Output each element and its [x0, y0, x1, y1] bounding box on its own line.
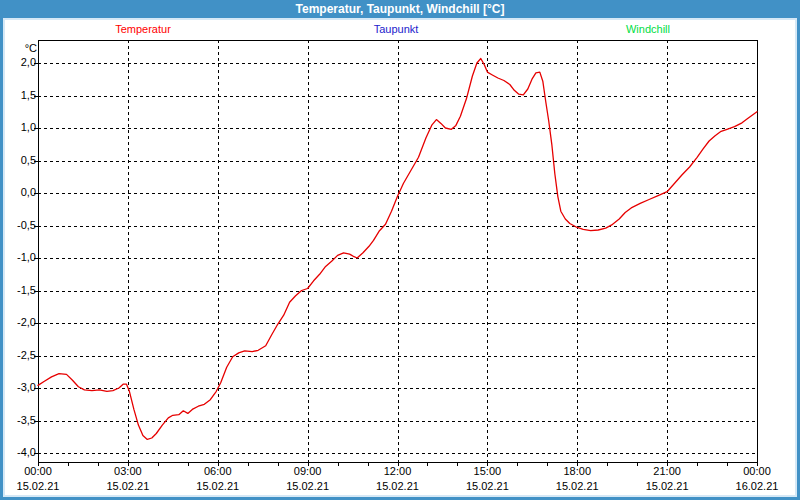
x-tick-time-label: 06:00 [186, 466, 250, 477]
x-tick-time-label: 00:00 [725, 466, 789, 477]
x-tick-time-label: 00:00 [6, 466, 70, 477]
x-tick-date-label: 15.02.21 [6, 481, 70, 492]
x-tick-time-label: 18:00 [545, 466, 609, 477]
plot-area [0, 0, 800, 500]
y-tick-label: -2,5 [4, 350, 36, 361]
y-tick-label: -1,5 [4, 285, 36, 296]
y-tick-label: 1,5 [4, 90, 36, 101]
x-tick-time-label: 15:00 [455, 466, 519, 477]
y-tick-label: 0,0 [4, 187, 36, 198]
y-tick-label: -3,5 [4, 415, 36, 426]
y-tick-label: -3,0 [4, 382, 36, 393]
x-tick-date-label: 15.02.21 [635, 481, 699, 492]
x-tick-date-label: 15.02.21 [276, 481, 340, 492]
x-tick-date-label: 15.02.21 [545, 481, 609, 492]
x-tick-date-label: 16.02.21 [725, 481, 789, 492]
y-tick-label: 0,5 [4, 155, 36, 166]
x-tick-time-label: 12:00 [366, 466, 430, 477]
x-tick-time-label: 21:00 [635, 466, 699, 477]
x-tick-date-label: 15.02.21 [366, 481, 430, 492]
y-tick-label: -0,5 [4, 220, 36, 231]
x-tick-time-label: 09:00 [276, 466, 340, 477]
x-tick-time-label: 03:00 [96, 466, 160, 477]
y-tick-label: -1,0 [4, 252, 36, 263]
y-tick-label: 1,0 [4, 122, 36, 133]
series-temperatur [38, 59, 757, 440]
y-tick-label: 2,0 [4, 57, 36, 68]
y-tick-label: -2,0 [4, 317, 36, 328]
y-tick-label: -4,0 [4, 447, 36, 458]
x-tick-date-label: 15.02.21 [186, 481, 250, 492]
x-tick-date-label: 15.02.21 [96, 481, 160, 492]
x-tick-date-label: 15.02.21 [455, 481, 519, 492]
